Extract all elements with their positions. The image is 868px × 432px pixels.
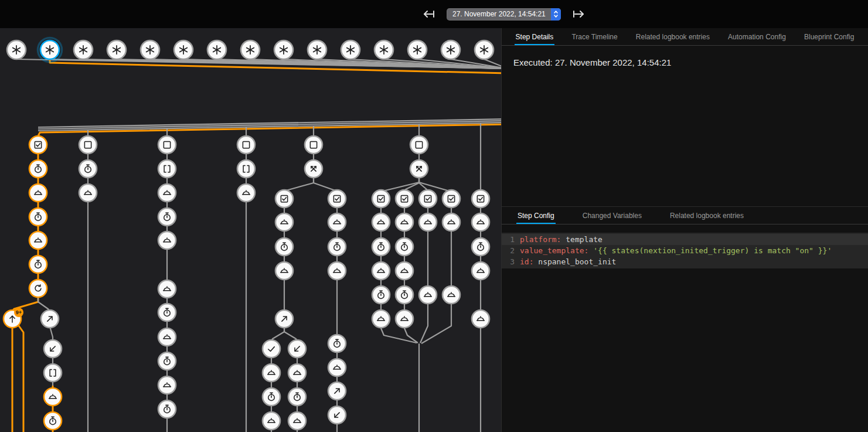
- tab-step-details[interactable]: Step Details: [515, 28, 555, 45]
- trace-node-service-icon[interactable]: [372, 262, 390, 280]
- trace-node-service-icon[interactable]: [396, 262, 413, 280]
- tab-blueprint-config[interactable]: Blueprint Config: [803, 28, 855, 45]
- trace-node-arrow-sw-icon[interactable]: [288, 340, 306, 358]
- trace-node-asterisk-icon[interactable]: [475, 40, 493, 59]
- tab-related-logbook-entries[interactable]: Related logbook entries: [669, 207, 745, 224]
- trace-node-timer-icon[interactable]: [396, 238, 413, 256]
- trace-node-parallel-icon[interactable]: [305, 160, 322, 178]
- tab-changed-variables[interactable]: Changed Variables: [581, 207, 643, 224]
- trace-node-square-icon[interactable]: [305, 136, 322, 154]
- trace-node-asterisk-icon[interactable]: [274, 40, 293, 59]
- trace-node-arrow-ne-icon[interactable]: [41, 310, 59, 328]
- tab-step-config[interactable]: Step Config: [516, 207, 556, 224]
- trace-node-condition-icon[interactable]: [328, 190, 346, 208]
- trace-node-timer-icon[interactable]: [44, 412, 62, 430]
- trace-node-service-icon[interactable]: [328, 213, 346, 231]
- trace-node-asterisk-icon[interactable]: [375, 40, 393, 59]
- trace-node-timer-icon[interactable]: [158, 400, 176, 418]
- trace-node-service-icon[interactable]: [158, 232, 176, 249]
- trace-node-condition-icon[interactable]: [29, 136, 47, 154]
- trace-node-service-icon[interactable]: [419, 286, 437, 304]
- trace-node-brackets-icon[interactable]: [44, 364, 62, 382]
- trace-node-service-icon[interactable]: [419, 213, 437, 231]
- trace-node-timer-icon[interactable]: [29, 160, 47, 178]
- tab-related-logbook-entries[interactable]: Related logbook entries: [635, 28, 711, 45]
- trace-node-timer-icon[interactable]: [372, 238, 390, 256]
- trace-node-asterisk-icon[interactable]: [341, 40, 360, 59]
- trace-node-service-icon[interactable]: [472, 213, 489, 231]
- trace-selector[interactable]: 27. November 2022, 14:54:21: [447, 8, 561, 21]
- trace-node-service-icon[interactable]: [396, 310, 413, 328]
- trace-node-service-icon[interactable]: [44, 388, 62, 406]
- trace-node-asterisk-icon[interactable]: [74, 40, 93, 59]
- trace-node-service-icon[interactable]: [288, 412, 306, 430]
- trace-node-asterisk-icon[interactable]: [38, 38, 62, 62]
- trace-node-service-icon[interactable]: [275, 262, 293, 280]
- trace-node-asterisk-icon[interactable]: [441, 40, 460, 59]
- trace-node-service-icon[interactable]: [263, 364, 280, 382]
- trace-node-timer-icon[interactable]: [372, 286, 390, 304]
- trace-node-brackets-icon[interactable]: [158, 160, 176, 178]
- trace-node-service-icon[interactable]: [472, 262, 489, 280]
- trace-node-timer-icon[interactable]: [29, 256, 47, 273]
- trace-node-asterisk-icon[interactable]: [408, 40, 427, 59]
- trace-node-timer-icon[interactable]: [288, 388, 306, 406]
- trace-node-condition-icon[interactable]: [396, 190, 413, 208]
- trace-node-service-icon[interactable]: [29, 232, 47, 249]
- trace-node-asterisk-icon[interactable]: [7, 40, 26, 59]
- trace-node-timer-icon[interactable]: [158, 304, 176, 321]
- trace-node-service-icon[interactable]: [158, 328, 176, 346]
- trace-node-service-icon[interactable]: [275, 213, 293, 231]
- trace-node-arrow-sw-icon[interactable]: [328, 406, 346, 424]
- trace-node-arrow-ne-icon[interactable]: [328, 382, 346, 400]
- trace-node-square-icon[interactable]: [158, 136, 176, 154]
- trace-node-service-icon[interactable]: [442, 213, 460, 231]
- trace-node-asterisk-icon[interactable]: [308, 40, 326, 59]
- trace-node-arrow-up-icon[interactable]: 9+: [4, 308, 23, 328]
- trace-node-timer-icon[interactable]: [328, 335, 346, 352]
- trace-node-service-icon[interactable]: [328, 359, 346, 376]
- trace-node-asterisk-icon[interactable]: [241, 40, 260, 59]
- trace-node-service-icon[interactable]: [372, 310, 390, 328]
- trace-node-service-icon[interactable]: [29, 184, 47, 202]
- tab-trace-timeline[interactable]: Trace Timeline: [570, 28, 618, 45]
- trace-node-timer-icon[interactable]: [263, 388, 280, 406]
- trace-node-timer-icon[interactable]: [328, 238, 346, 256]
- previous-trace-button[interactable]: [421, 6, 437, 22]
- trace-node-condition-icon[interactable]: [372, 190, 390, 208]
- trace-node-condition-icon[interactable]: [442, 190, 460, 208]
- trace-node-service-icon[interactable]: [372, 213, 390, 231]
- trace-node-square-icon[interactable]: [79, 136, 97, 154]
- trace-node-condition-icon[interactable]: [419, 190, 437, 208]
- trace-node-repeat-icon[interactable]: [29, 280, 47, 297]
- trace-node-service-icon[interactable]: [79, 184, 97, 202]
- trace-node-timer-icon[interactable]: [396, 286, 413, 304]
- trace-node-service-icon[interactable]: [263, 412, 280, 430]
- trace-node-asterisk-icon[interactable]: [141, 40, 159, 59]
- trace-node-square-icon[interactable]: [237, 136, 255, 154]
- trace-node-service-icon[interactable]: [442, 286, 460, 304]
- trace-node-timer-icon[interactable]: [29, 208, 47, 226]
- trace-node-asterisk-icon[interactable]: [174, 40, 193, 59]
- trace-node-service-icon[interactable]: [288, 364, 306, 382]
- trace-node-square-icon[interactable]: [410, 136, 428, 154]
- trace-node-condition-icon[interactable]: [472, 190, 489, 208]
- trace-node-timer-icon[interactable]: [472, 238, 489, 256]
- trace-node-check-icon[interactable]: [263, 340, 280, 358]
- trace-node-timer-icon[interactable]: [275, 238, 293, 256]
- trace-node-service-icon[interactable]: [472, 310, 489, 328]
- trace-node-arrow-ne-icon[interactable]: [275, 310, 293, 328]
- trace-node-service-icon[interactable]: [158, 376, 176, 394]
- trace-node-brackets-icon[interactable]: [237, 160, 255, 178]
- trace-node-asterisk-icon[interactable]: [207, 40, 226, 59]
- trace-node-timer-icon[interactable]: [158, 208, 176, 226]
- trace-node-arrow-sw-icon[interactable]: [44, 340, 62, 358]
- trace-node-timer-icon[interactable]: [79, 160, 97, 178]
- yaml-editor[interactable]: 1platform: template2value_template: '{{ …: [502, 233, 868, 268]
- tab-automation-config[interactable]: Automation Config: [727, 28, 787, 45]
- next-trace-button[interactable]: [570, 6, 587, 22]
- trace-node-service-icon[interactable]: [158, 184, 176, 202]
- trace-node-service-icon[interactable]: [158, 280, 176, 298]
- trace-node-condition-icon[interactable]: [275, 190, 293, 208]
- trace-node-service-icon[interactable]: [396, 213, 413, 231]
